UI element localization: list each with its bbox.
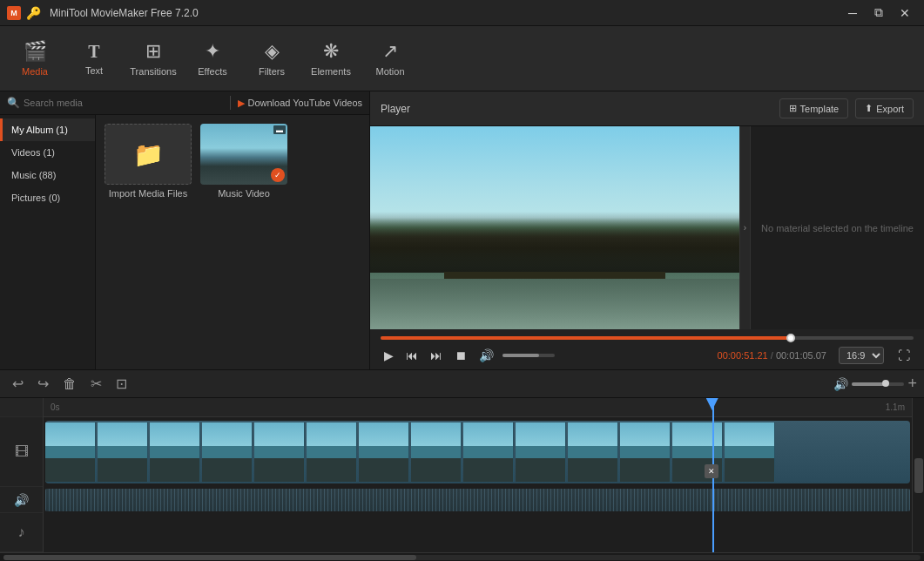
album-sidebar: My Album (1) Videos (1) Music (88) Pictu…: [0, 115, 96, 369]
player-header: Player ⊞ Template ⬆ Export: [370, 91, 924, 126]
video-thumbnail: [202, 422, 253, 482]
export-icon: ⬆: [865, 103, 873, 114]
titlebar-title: MiniTool MovieMaker Free 7.2.0: [50, 7, 199, 19]
toolbar-filters-button[interactable]: ◈ Filters: [244, 30, 300, 86]
music-video-thumb: ▬ ✓: [200, 124, 287, 185]
side-panel-toggle[interactable]: ›: [739, 126, 750, 329]
cut-button[interactable]: ✂: [85, 373, 107, 395]
play-button[interactable]: ▶: [381, 347, 397, 364]
video-thumbnail: [568, 422, 618, 482]
timeline-toolbar: ↩ ↪ 🗑 ✂ ⊡ 🔊 +: [0, 370, 924, 398]
transitions-icon: ⊞: [145, 40, 161, 63]
video-track[interactable]: ✕: [45, 421, 910, 483]
sidebar-item-videos[interactable]: Videos (1): [0, 141, 95, 164]
toolbar-motion-button[interactable]: ↗ Motion: [362, 30, 418, 86]
timeline-scrollbar-vertical[interactable]: [912, 398, 924, 552]
titlebar-icon: 🔑: [26, 6, 41, 20]
zoom-in-button[interactable]: +: [907, 375, 917, 393]
scrollbar-thumb[interactable]: [3, 555, 416, 560]
toolbar-effects-button[interactable]: ✦ Effects: [185, 30, 240, 86]
player-title: Player: [381, 103, 410, 115]
sidebar-item-myalbum[interactable]: My Album (1): [0, 118, 95, 141]
bridge-structure: [444, 272, 665, 279]
import-media-item[interactable]: 📁 Import Media Files: [105, 124, 192, 199]
zoom-controls: 🔊 +: [833, 375, 917, 393]
video-thumbnail: [359, 422, 409, 482]
close-button[interactable]: ✕: [893, 4, 917, 22]
video-thumbnail: [98, 422, 148, 482]
delete-clip-button[interactable]: 🗑: [57, 374, 82, 395]
vertical-scroll-thumb: [914, 458, 923, 493]
stop-button[interactable]: ⏹: [451, 347, 470, 364]
aspect-ratio-select[interactable]: 16:9 4:3 1:1 9:16: [839, 347, 884, 364]
no-material-panel: No material selected on the timeline: [750, 126, 924, 329]
effects-icon: ✦: [205, 40, 220, 63]
video-thumbnail: [725, 422, 775, 482]
volume-slider[interactable]: [502, 354, 555, 357]
minimize-button[interactable]: ─: [840, 4, 865, 22]
video-thumbnail: [463, 422, 514, 482]
video-preview: [370, 126, 739, 329]
toolbar-elements-button[interactable]: ❋ Elements: [303, 30, 359, 86]
timeline-content[interactable]: 0s 1.1m: [44, 398, 912, 552]
text-icon: T: [88, 42, 99, 62]
left-panel: 🔍 ▶ Download YouTube Videos My Album (1)…: [0, 91, 370, 369]
motion-icon: ↗: [382, 40, 398, 63]
video-icon: 🎞: [15, 444, 29, 460]
media-grid: 📁 Import Media Files ▬ ✓ Music Video: [96, 115, 369, 369]
template-button[interactable]: ⊞ Template: [779, 98, 849, 118]
audio-wave-visual: [45, 489, 910, 511]
search-input[interactable]: [24, 98, 223, 108]
toolbar-transitions-button[interactable]: ⊞ Transitions: [125, 30, 181, 86]
toolbar-media-button[interactable]: 🎬 Media: [7, 30, 63, 86]
undo-button[interactable]: ↩: [7, 373, 29, 395]
video-thumbnail: [620, 422, 671, 482]
video-thumbnail: [254, 422, 305, 482]
sidebar-item-music[interactable]: Music (88): [0, 164, 95, 186]
fullscreen-button[interactable]: ⛶: [894, 347, 914, 364]
split-marker: ✕: [705, 464, 718, 478]
ruler-end: 1.1m: [886, 402, 905, 412]
bridge-scene: [370, 126, 739, 329]
export-button[interactable]: ⬆ Export: [855, 98, 914, 118]
timeline-tracks: 🎞 🔊 ♪ 0s 1.1m: [0, 398, 924, 552]
ruler-start: 0s: [51, 402, 60, 412]
progress-bar[interactable]: [381, 335, 914, 340]
media-icon: 🎬: [24, 40, 47, 63]
zoom-slider[interactable]: [852, 382, 904, 386]
prev-frame-button[interactable]: ⏮: [402, 347, 422, 364]
import-media-label: Import Media Files: [109, 188, 187, 199]
toolbar-text-button[interactable]: T Text: [66, 30, 122, 86]
zoom-thumb: [882, 380, 889, 387]
progress-thumb[interactable]: [786, 334, 795, 342]
redo-button[interactable]: ↪: [32, 373, 54, 395]
audio-track-container: [44, 487, 912, 513]
audio-waveform: [45, 489, 910, 511]
search-bar: 🔍 ▶ Download YouTube Videos: [0, 91, 369, 115]
youtube-download-button[interactable]: ▶ Download YouTube Videos: [238, 98, 363, 109]
crop-button[interactable]: ⊡: [111, 373, 132, 395]
titlebar-controls: ─ ⧉ ✕: [840, 4, 917, 22]
video-thumbnail: [516, 422, 566, 482]
no-material-text: No material selected on the timeline: [761, 223, 914, 233]
restore-button[interactable]: ⧉: [867, 4, 891, 22]
app-container: 🎬 Media T Text ⊞ Transitions ✦ Effects ◈…: [0, 26, 924, 561]
audio-track-label: 🔊: [0, 487, 43, 513]
video-thumbnail: [150, 422, 200, 482]
player-actions: ⊞ Template ⬆ Export: [779, 98, 914, 118]
zoom-fill: [852, 382, 886, 386]
player-area: › No material selected on the timeline: [370, 126, 924, 329]
player-controls: ▶ ⏮ ⏭ ⏹ 🔊 00:00:51.21 / 00:01:05.07 16:9…: [370, 329, 924, 369]
youtube-icon: ▶: [238, 98, 245, 109]
music-video-item[interactable]: ▬ ✓ Music Video: [200, 124, 287, 199]
sidebar-item-pictures[interactable]: Pictures (0): [0, 186, 95, 209]
next-frame-button[interactable]: ⏭: [427, 347, 446, 364]
music-video-label: Music Video: [218, 188, 270, 199]
timeline-section: ↩ ↪ 🗑 ✂ ⊡ 🔊 + 🎞: [0, 369, 924, 561]
mute-button[interactable]: 🔊: [475, 347, 497, 364]
timeline-scrollbar-horizontal[interactable]: [0, 552, 924, 561]
current-time: 00:00:51.21 / 00:01:05.07: [718, 350, 826, 361]
video-badge: ▬: [273, 125, 286, 134]
video-thumbnail: [307, 422, 357, 482]
video-thumbnail: [45, 422, 96, 482]
